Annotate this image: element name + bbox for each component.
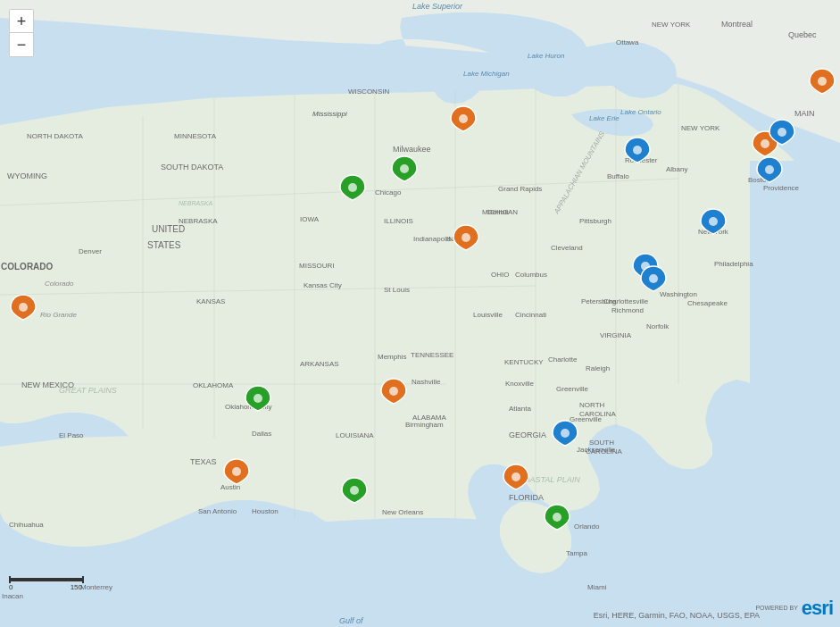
svg-text:Pittsburgh: Pittsburgh: [579, 217, 611, 225]
svg-text:MISSOURI: MISSOURI: [299, 262, 335, 270]
svg-text:Chesapeake: Chesapeake: [687, 299, 728, 307]
svg-text:Chicago: Chicago: [375, 188, 402, 196]
svg-point-132: [765, 165, 774, 174]
svg-point-117: [462, 233, 470, 242]
svg-text:NEBRASKA: NEBRASKA: [179, 200, 212, 206]
svg-text:Grand Rapids: Grand Rapids: [498, 185, 542, 193]
svg-text:WYOMING: WYOMING: [7, 171, 47, 180]
svg-text:Cleveland: Cleveland: [551, 244, 583, 252]
powered-by-text: POWERED BY: [755, 605, 797, 612]
svg-text:NEW YORK: NEW YORK: [681, 124, 720, 132]
svg-text:Inacan: Inacan: [2, 592, 23, 600]
scale-start: 0: [9, 583, 12, 591]
svg-text:Kansas City: Kansas City: [304, 281, 342, 289]
svg-text:Lake Erie: Lake Erie: [589, 114, 620, 122]
svg-text:SOUTH DAKOTA: SOUTH DAKOTA: [161, 163, 223, 171]
svg-text:VIRGINIA: VIRGINIA: [600, 331, 632, 339]
zoom-in-button[interactable]: +: [10, 10, 33, 33]
svg-text:ILLINOIS: ILLINOIS: [384, 217, 413, 225]
map-svg: APPALACHIAN MOUNTAINS NORTH DAKOTA MINNE…: [0, 0, 840, 627]
svg-text:NORTH: NORTH: [579, 401, 605, 409]
svg-text:NEW YORK: NEW YORK: [652, 21, 691, 29]
svg-text:COLORADO: COLORADO: [1, 262, 54, 272]
svg-text:Denver: Denver: [79, 247, 102, 255]
svg-text:Ottawa: Ottawa: [616, 38, 639, 46]
svg-point-119: [511, 472, 520, 481]
svg-text:Lake Superior: Lake Superior: [412, 2, 463, 11]
esri-logo: POWERED BY esri: [755, 597, 833, 620]
svg-point-130: [761, 139, 769, 148]
svg-point-125: [561, 429, 570, 438]
svg-text:Miami: Miami: [587, 583, 607, 591]
svg-point-122: [348, 183, 357, 192]
svg-text:Gulf of: Gulf of: [339, 616, 364, 625]
svg-point-127: [649, 274, 658, 283]
svg-text:Jacksonville: Jacksonville: [577, 446, 616, 454]
svg-text:Memphis: Memphis: [378, 353, 406, 361]
svg-text:Buffalo: Buffalo: [607, 172, 629, 180]
svg-text:MAIN: MAIN: [794, 109, 815, 118]
svg-text:Quebec: Quebec: [788, 30, 817, 39]
svg-text:San Antonio: San Antonio: [198, 507, 237, 515]
attribution-text: Esri, HERE, Garmin, FAO, NOAA, USGS, EPA: [594, 611, 760, 620]
svg-text:Rio Grande: Rio Grande: [40, 311, 77, 319]
svg-point-115: [350, 486, 359, 495]
svg-text:KENTUCKY: KENTUCKY: [504, 358, 544, 366]
svg-point-116: [389, 387, 398, 396]
svg-text:New Orleans: New Orleans: [382, 508, 423, 516]
svg-text:Lake Ontario: Lake Ontario: [620, 108, 661, 116]
svg-text:Lake Michigan: Lake Michigan: [463, 70, 510, 78]
svg-text:OHIO: OHIO: [491, 271, 509, 279]
zoom-controls: + −: [9, 9, 34, 57]
svg-point-124: [553, 513, 561, 522]
svg-text:Greenville: Greenville: [556, 385, 589, 393]
svg-text:Columbus: Columbus: [515, 271, 547, 279]
svg-text:FLORIDA: FLORIDA: [509, 493, 544, 502]
svg-text:Providence: Providence: [763, 184, 800, 192]
svg-text:Atlanta: Atlanta: [509, 405, 531, 413]
svg-text:WISCONSIN: WISCONSIN: [348, 88, 389, 96]
svg-text:Orlando: Orlando: [574, 522, 600, 531]
svg-point-128: [633, 146, 642, 155]
svg-point-113: [19, 303, 28, 312]
svg-text:Houston: Houston: [252, 507, 279, 515]
svg-point-121: [254, 394, 262, 403]
svg-text:Monterrey: Monterrey: [80, 583, 112, 591]
svg-text:Mississippi: Mississippi: [312, 110, 347, 118]
svg-point-129: [709, 217, 718, 226]
svg-text:MINNESOTA: MINNESOTA: [174, 132, 217, 140]
svg-text:Montreal: Montreal: [721, 20, 753, 29]
map-container: APPALACHIAN MOUNTAINS NORTH DAKOTA MINNE…: [0, 0, 840, 627]
svg-text:NORTH DAKOTA: NORTH DAKOTA: [27, 132, 83, 140]
svg-text:St Louis: St Louis: [384, 286, 410, 294]
svg-point-120: [818, 77, 827, 86]
svg-point-114: [232, 467, 241, 476]
svg-text:GREAT PLAINS: GREAT PLAINS: [59, 386, 117, 395]
svg-text:Charlotte: Charlotte: [548, 355, 578, 364]
svg-text:Indianapolis: Indianapolis: [413, 235, 452, 243]
svg-point-123: [400, 164, 409, 173]
svg-text:Chihuahua: Chihuahua: [9, 521, 44, 529]
scale-end: 150: [71, 583, 82, 591]
svg-text:Philadelphia: Philadelphia: [714, 260, 753, 268]
svg-text:Petersburg: Petersburg: [581, 297, 616, 305]
svg-text:Albany: Albany: [666, 165, 687, 173]
svg-text:TEXAS: TEXAS: [190, 457, 217, 466]
svg-text:STATES: STATES: [147, 240, 181, 250]
svg-text:Milwaukee: Milwaukee: [393, 145, 431, 154]
svg-text:LOUISIANA: LOUISIANA: [336, 431, 374, 439]
zoom-out-button[interactable]: −: [10, 33, 33, 56]
svg-text:NEBRASKA: NEBRASKA: [179, 217, 218, 225]
svg-text:Norfolk: Norfolk: [646, 322, 670, 330]
svg-text:Birmingham: Birmingham: [405, 421, 444, 429]
svg-text:Raleigh: Raleigh: [586, 364, 610, 372]
svg-text:Knoxville: Knoxville: [505, 380, 535, 388]
svg-text:Colorado: Colorado: [45, 280, 74, 288]
svg-text:TENNESSEE: TENNESSEE: [411, 351, 453, 359]
svg-text:Richmond: Richmond: [611, 306, 644, 314]
svg-point-118: [459, 114, 468, 123]
svg-text:IOWA: IOWA: [300, 215, 320, 223]
svg-text:Louisville: Louisville: [473, 311, 503, 319]
svg-text:Detroit: Detroit: [487, 208, 509, 216]
svg-text:Dallas: Dallas: [252, 430, 271, 438]
